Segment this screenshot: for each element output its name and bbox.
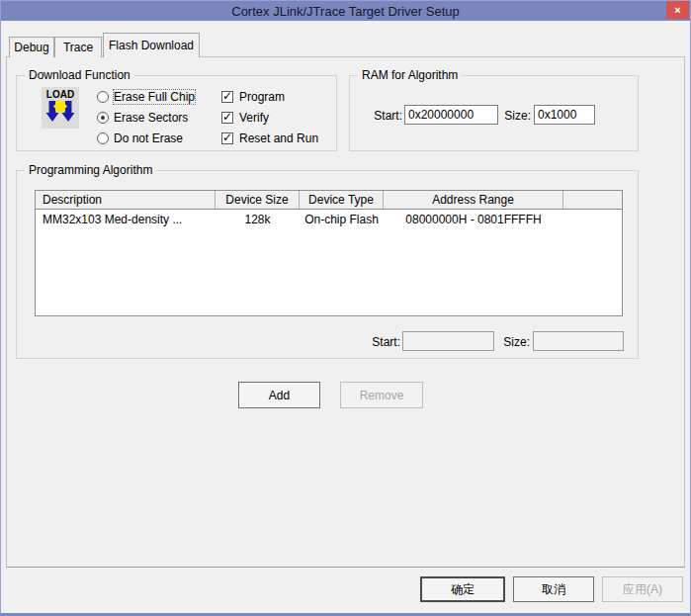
checkbox-program[interactable]: Program bbox=[221, 89, 285, 105]
cell-device-type: On-chip Flash bbox=[300, 213, 384, 226]
radio-erase-sectors[interactable]: Erase Sectors bbox=[97, 110, 188, 126]
checkbox-reset-and-run-label: Reset and Run bbox=[239, 132, 318, 145]
apply-button-label: 应用(A) bbox=[623, 581, 662, 598]
ram-start-label: Start: bbox=[360, 109, 402, 125]
checkbox-program-label: Program bbox=[239, 90, 285, 104]
column-header-device-size[interactable]: Device Size bbox=[216, 191, 300, 209]
close-icon: × bbox=[674, 4, 680, 16]
radio-erase-full-chip-label: Erase Full Chip bbox=[114, 90, 195, 104]
ok-button-label: 确定 bbox=[451, 581, 475, 598]
tab-flash-download[interactable]: Flash Download bbox=[103, 33, 200, 57]
download-function-group: Download Function LOAD Erase Full Chip E… bbox=[16, 75, 337, 151]
programming-algorithm-legend: Programming Algorithm bbox=[25, 163, 156, 177]
radio-erase-full-chip[interactable]: Erase Full Chip bbox=[97, 89, 195, 105]
algorithm-size-input bbox=[533, 331, 624, 351]
tab-trace[interactable]: Trace bbox=[54, 37, 102, 57]
title-bar: Cortex JLink/JTrace Target Driver Setup … bbox=[1, 1, 690, 21]
radio-do-not-erase[interactable]: Do not Erase bbox=[97, 131, 183, 146]
svg-text:LOAD: LOAD bbox=[46, 89, 74, 100]
download-function-legend: Download Function bbox=[25, 68, 134, 82]
apply-button: 应用(A) bbox=[602, 576, 683, 602]
remove-button-label: Remove bbox=[360, 389, 404, 402]
algorithm-start-input bbox=[402, 331, 494, 351]
cancel-button[interactable]: 取消 bbox=[513, 576, 594, 602]
ram-for-algorithm-legend: RAM for Algorithm bbox=[358, 68, 462, 82]
radio-erase-sectors-label: Erase Sectors bbox=[114, 111, 188, 125]
cell-address-range: 08000000H - 0801FFFFH bbox=[384, 213, 563, 226]
algorithm-table: Description Device Size Device Type Addr… bbox=[35, 190, 623, 316]
tab-debug[interactable]: Debug bbox=[9, 37, 54, 57]
add-button[interactable]: Add bbox=[238, 382, 320, 408]
ram-for-algorithm-group: RAM for Algorithm Start: Size: bbox=[349, 75, 639, 151]
checkbox-verify[interactable]: Verify bbox=[221, 110, 269, 126]
table-row[interactable]: MM32x103 Med-density ... 128k On-chip Fl… bbox=[36, 210, 622, 228]
cell-description: MM32x103 Med-density ... bbox=[36, 213, 216, 226]
column-header-address-range[interactable]: Address Range bbox=[384, 191, 563, 209]
checkbox-reset-and-run[interactable]: Reset and Run bbox=[221, 131, 318, 146]
checkbox-verify-box bbox=[221, 112, 233, 124]
algorithm-size-label: Size: bbox=[489, 335, 530, 351]
radio-erase-sectors-circle bbox=[97, 112, 109, 124]
cell-device-size: 128k bbox=[216, 213, 300, 226]
ok-button[interactable]: 确定 bbox=[420, 576, 505, 602]
dialog-window: Cortex JLink/JTrace Target Driver Setup … bbox=[0, 0, 691, 616]
ram-size-input[interactable] bbox=[534, 105, 595, 125]
algorithm-start-label: Start: bbox=[353, 335, 400, 351]
checkbox-program-box bbox=[221, 91, 233, 103]
tab-debug-label: Debug bbox=[14, 41, 48, 54]
radio-erase-full-chip-circle bbox=[97, 91, 109, 103]
checkbox-verify-label: Verify bbox=[239, 111, 269, 125]
add-button-label: Add bbox=[269, 389, 290, 402]
cancel-button-label: 取消 bbox=[542, 581, 565, 598]
tab-trace-label: Trace bbox=[63, 41, 93, 54]
column-header-empty[interactable] bbox=[563, 191, 622, 209]
ram-size-label: Size: bbox=[501, 109, 531, 125]
column-header-device-type[interactable]: Device Type bbox=[300, 191, 384, 209]
close-button[interactable]: × bbox=[666, 1, 689, 19]
programming-algorithm-group: Programming Algorithm Description Device… bbox=[16, 170, 639, 359]
radio-do-not-erase-label: Do not Erase bbox=[114, 132, 183, 145]
radio-do-not-erase-circle bbox=[97, 132, 109, 144]
remove-button: Remove bbox=[340, 382, 423, 408]
window-title: Cortex JLink/JTrace Target Driver Setup bbox=[231, 4, 459, 19]
checkbox-reset-and-run-box bbox=[221, 132, 233, 144]
column-header-description[interactable]: Description bbox=[36, 191, 216, 209]
load-icon: LOAD bbox=[42, 87, 79, 129]
ram-start-input[interactable] bbox=[404, 105, 498, 125]
algorithm-table-header: Description Device Size Device Type Addr… bbox=[36, 191, 622, 210]
tab-flash-download-label: Flash Download bbox=[109, 39, 194, 52]
